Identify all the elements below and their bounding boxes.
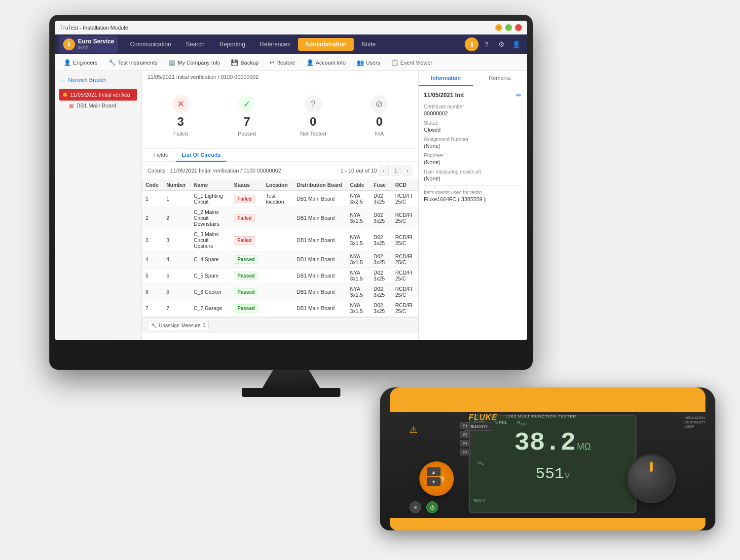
company-logo: E Euro Service INST xyxy=(59,36,118,52)
main-reading-value: 38.2 xyxy=(514,430,576,456)
toolbar: 👤 Engineers 🔧 Test Instruments 🏢 My Comp… xyxy=(55,54,527,71)
function-buttons: F1 F2 F3 F4 xyxy=(460,422,471,455)
cell-cable: NYA 3x2.5 xyxy=(346,191,370,207)
help-icon[interactable]: ? xyxy=(480,37,493,51)
info-field-instruments: Instruments used for testin Fluke1664FC … xyxy=(424,190,522,202)
f1-button[interactable]: F1 xyxy=(460,422,471,429)
settings-icon[interactable]: ⚙ xyxy=(494,37,508,51)
nav-references[interactable]: References xyxy=(253,38,297,51)
table-row[interactable]: 6 6 C_6 Cooker Passed DB1 Main Board NYA… xyxy=(142,284,418,300)
measure-count: 0 xyxy=(203,323,206,328)
nav-node[interactable]: Node xyxy=(355,38,383,51)
cell-rcd: RCD/FI 25/C xyxy=(391,284,418,300)
table-row[interactable]: 1 1 C_1 Lighting Circuit Failed Test loc… xyxy=(142,191,418,207)
cell-distribution-board: DB1 Main Board xyxy=(293,229,346,251)
light-button[interactable]: ☀ xyxy=(409,501,421,513)
backup-button[interactable]: 💾 Backup xyxy=(226,57,263,69)
assignment-number-value: (None) xyxy=(424,143,522,149)
cell-distribution-board: DB1 Main Board xyxy=(293,251,346,268)
nav-search[interactable]: Search xyxy=(179,38,212,51)
back-button[interactable]: ← Norwich Branch xyxy=(59,75,137,85)
tab-bar: Fields List Of Circuits xyxy=(142,149,418,162)
cell-name: C_5 Spare xyxy=(190,268,230,284)
cell-fuse: D02 3x25 xyxy=(370,284,391,300)
content-inner: 11/05/2021 Initial verification / 0100 0… xyxy=(142,71,527,340)
window-controls: − □ × xyxy=(495,24,522,31)
cell-status: Passed xyxy=(230,268,262,284)
col-number: Number xyxy=(162,179,190,191)
nav-down-button[interactable]: ▼ xyxy=(427,477,441,486)
power-button[interactable]: ⏻ xyxy=(426,501,438,513)
sidebar-item-db1[interactable]: ▦ DB1 Main Board xyxy=(59,101,137,110)
tab-fields[interactable]: Fields xyxy=(148,149,174,162)
info-tab-information[interactable]: Information xyxy=(419,71,473,86)
f4-button[interactable]: F4 xyxy=(460,449,471,455)
my-company-info-button[interactable]: 🏢 My Company Info xyxy=(164,57,224,69)
table-row[interactable]: 4 4 C_4 Spare Passed DB1 Main Board NYA … xyxy=(142,251,418,268)
right-labels: INSULATION CONTINUITY LOOP xyxy=(684,416,705,428)
cell-name: C_3 Mains Circuit Upstairs xyxy=(190,229,230,251)
table-row[interactable]: 5 5 C_5 Spare Passed DB1 Main Board NYA … xyxy=(142,268,418,284)
cell-code: 2 xyxy=(142,207,162,229)
col-cable: Cable xyxy=(346,179,370,191)
info-field-status: Status Closed xyxy=(424,120,522,133)
info-content: 11/05/2021 Init ✏ Certificate number 000… xyxy=(419,86,527,211)
mode-knob[interactable] xyxy=(627,454,676,503)
user-measuring-label: User measuring device aft xyxy=(424,169,522,175)
nav-communication[interactable]: Communication xyxy=(123,38,178,51)
users-button[interactable]: 👥 Users xyxy=(352,57,385,69)
maximize-button[interactable]: □ xyxy=(505,24,512,31)
unassign-measure-button[interactable]: 🔧 Unassign Measure 0 xyxy=(148,321,209,330)
device-yellow-top xyxy=(390,387,705,412)
sidebar-item-initial-verification[interactable]: 11/05/2021 Initial verifica xyxy=(59,89,137,101)
col-code: Code xyxy=(142,179,162,191)
fluke-model-label: 1663 MULTIFUNCTION TESTER xyxy=(506,414,576,419)
info-tab-bar: Information Remarks xyxy=(419,71,527,86)
test-instruments-button[interactable]: 🔧 Test Instruments xyxy=(104,57,162,69)
cell-cable: NYA 3x1.5 xyxy=(346,284,370,300)
cell-code: 1 xyxy=(142,191,162,207)
prev-page-button[interactable]: ‹ xyxy=(379,166,389,175)
company-name: Euro Service xyxy=(78,38,114,45)
cell-fuse: D02 3x25 xyxy=(370,191,391,207)
na-icon: ⊘ xyxy=(370,95,388,113)
stat-not-tested: ? 0 Not Tested xyxy=(280,89,346,142)
f2-button[interactable]: F2 xyxy=(460,431,471,438)
cell-distribution-board: DB1 Main Board xyxy=(293,268,346,284)
info-title-row: 11/05/2021 Init ✏ xyxy=(424,91,522,99)
info-icon[interactable]: ℹ xyxy=(465,37,479,51)
close-button[interactable]: × xyxy=(515,24,522,31)
secondary-reading-value: 551 xyxy=(536,466,564,482)
edit-icon[interactable]: ✏ xyxy=(516,91,522,99)
minimize-button[interactable]: − xyxy=(495,24,502,31)
next-page-button[interactable]: 1 xyxy=(391,166,401,175)
info-field-assignment-number: Assignment Number (None) xyxy=(424,137,522,149)
account-info-button[interactable]: 👤 Account Info xyxy=(302,57,350,69)
app-titlebar: TruTest - Installation Module − □ × xyxy=(55,21,527,35)
device-body: ⚠ FLUKE 1663 MULTIFUNCTION TESTER N-PE N… xyxy=(380,387,715,530)
restore-button[interactable]: ↩ Restore xyxy=(265,57,300,69)
col-fuse: Fuse xyxy=(370,179,391,191)
event-viewer-button[interactable]: 📋 Event Viewer xyxy=(387,57,437,69)
circuit-header: Circuits : 11/05/2021 Initial verificati… xyxy=(142,162,418,179)
col-status: Status xyxy=(230,179,262,191)
tab-list-of-circuits[interactable]: List Of Circuits xyxy=(176,149,226,162)
table-row[interactable]: 3 3 C_3 Mains Circuit Upstairs Failed DB… xyxy=(142,229,418,251)
nav-administration[interactable]: Administration xyxy=(298,38,354,51)
cell-number: 1 xyxy=(162,191,190,207)
user-icon[interactable]: 👤 xyxy=(509,37,523,51)
bottom-bar: 🔧 Unassign Measure 0 xyxy=(142,317,418,333)
assignment-number-label: Assignment Number xyxy=(424,137,522,142)
last-page-button[interactable]: › xyxy=(403,166,412,175)
f3-button[interactable]: F3 xyxy=(460,440,471,447)
cell-location xyxy=(262,229,293,251)
cell-number: 3 xyxy=(162,229,190,251)
engineer-value: (None) xyxy=(424,159,522,165)
table-row[interactable]: 2 2 C_2 Mains Circuit Downstairs Failed … xyxy=(142,207,418,229)
info-tab-remarks[interactable]: Remarks xyxy=(473,71,527,86)
engineers-button[interactable]: 👤 Engineers xyxy=(59,57,102,69)
table-row[interactable]: 7 7 C_7 Garage Passed DB1 Main Board NYA… xyxy=(142,300,418,316)
nav-reporting[interactable]: Reporting xyxy=(213,38,252,51)
info-title: 11/05/2021 Init xyxy=(424,92,464,99)
nav-up-button[interactable]: ▲ xyxy=(427,467,441,476)
